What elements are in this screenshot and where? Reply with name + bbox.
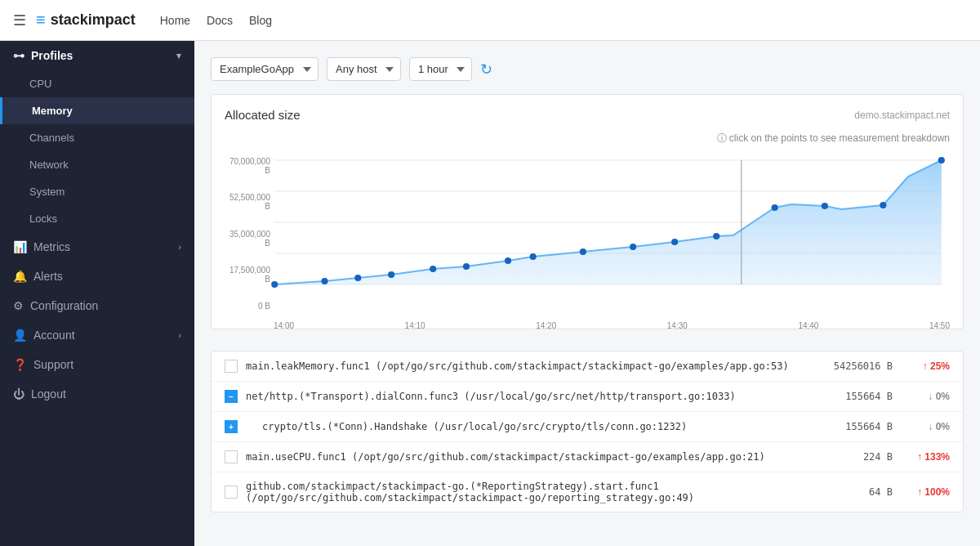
sidebar: ⊶ Profiles ▾ CPU Memory Channels Network… [0, 41, 194, 546]
sidebar-item-cpu[interactable]: CPU [0, 70, 194, 97]
chart-info: ⓘ click on the points to see measurement… [225, 132, 950, 145]
change-val-1: ↓ 0% [909, 391, 950, 402]
size-val-3: 224 B [863, 451, 893, 463]
sidebar-item-account[interactable]: 👤 Account › [0, 320, 194, 350]
logo: ≡ stackimpact [36, 11, 136, 29]
chart-point[interactable] [321, 278, 327, 284]
table-row: − net/http.(*Transport).dialConn.func3 (… [212, 382, 963, 412]
chart-subtitle: demo.stackimpact.net [854, 110, 950, 121]
func-name-3: main.useCPU.func1 (/opt/go/src/github.co… [246, 451, 863, 463]
profiles-label: Profiles [31, 49, 73, 62]
sidebar-item-logout[interactable]: ⏻ Logout [0, 379, 194, 409]
metrics-icon: 📊 [13, 240, 27, 253]
chart-point[interactable] [354, 275, 361, 281]
logout-icon: ⏻ [13, 387, 24, 401]
func-name-2: crypto/tls.(*Conn).Handshake (/usr/local… [246, 421, 845, 432]
layout: ⊶ Profiles ▾ CPU Memory Channels Network… [0, 41, 980, 546]
chart-panel: Allocated size demo.stackimpact.net ⓘ cl… [211, 94, 964, 329]
app-select[interactable]: ExampleGoApp [211, 57, 318, 81]
change-val-2: ↓ 0% [909, 421, 950, 432]
config-icon: ⚙ [13, 299, 24, 312]
x-label-4: 14:40 [798, 321, 818, 330]
chart-point[interactable] [713, 233, 719, 239]
chart-title: Allocated size [225, 108, 301, 122]
x-label-3: 14:30 [667, 321, 688, 330]
nav-home[interactable]: Home [160, 14, 190, 27]
sidebar-item-network[interactable]: Network [0, 151, 194, 178]
logo-text: stackimpact [51, 11, 136, 29]
topnav-links: Home Docs Blog [160, 14, 272, 27]
x-label-0: 14:00 [274, 321, 294, 330]
hamburger-icon[interactable]: ☰ [13, 11, 26, 29]
controls-row: ExampleGoApp Any host 1 hour ↻ [211, 57, 964, 81]
nav-blog[interactable]: Blog [249, 14, 272, 27]
change-val-4: ↑ 100% [909, 486, 950, 498]
main-content: ExampleGoApp Any host 1 hour ↻ Allocated… [194, 41, 980, 546]
alerts-icon: 🔔 [13, 270, 27, 283]
x-label-2: 14:20 [536, 321, 556, 330]
refresh-button[interactable]: ↻ [480, 60, 492, 78]
chart-point[interactable] [271, 281, 278, 288]
sidebar-item-locks[interactable]: Locks [0, 205, 194, 232]
metrics-chevron: › [178, 242, 181, 252]
chart-point[interactable] [388, 271, 394, 278]
sidebar-item-metrics[interactable]: 📊 Metrics › [0, 232, 194, 262]
time-select[interactable]: 1 hour [409, 57, 472, 81]
size-val-2: 155664 B [845, 421, 893, 432]
topnav: ☰ ≡ stackimpact Home Docs Blog [0, 0, 980, 41]
sidebar-item-memory[interactable]: Memory [0, 97, 194, 124]
chart-point[interactable] [772, 204, 778, 211]
chart-point[interactable] [630, 244, 636, 250]
support-icon: ❓ [13, 358, 27, 371]
change-val-0: ↑ 25% [909, 360, 950, 372]
chart-area: 70,000,000 B 52,500,000 B 35,000,000 B 1… [225, 152, 950, 316]
size-val-1: 155664 B [845, 391, 893, 402]
table-panel: main.leakMemory.func1 (/opt/go/src/githu… [211, 351, 964, 512]
sidebar-item-alerts[interactable]: 🔔 Alerts [0, 262, 194, 291]
profiles-chevron: ▾ [176, 51, 181, 61]
size-val-4: 64 B [869, 486, 893, 498]
table-row: main.leakMemory.func1 (/opt/go/src/githu… [212, 351, 963, 382]
row-checkbox-0[interactable] [225, 360, 238, 373]
func-name-1: net/http.(*Transport).dialConn.func3 (/u… [246, 391, 845, 402]
sidebar-item-channels[interactable]: Channels [0, 124, 194, 151]
row-checkbox-2[interactable]: + [225, 420, 238, 433]
chart-point[interactable] [580, 248, 586, 255]
row-checkbox-3[interactable] [225, 450, 238, 463]
x-label-1: 14:10 [405, 321, 425, 330]
profiles-icon: ⊶ [13, 49, 24, 62]
sidebar-item-system[interactable]: System [0, 178, 194, 205]
sidebar-item-profiles[interactable]: ⊶ Profiles ▾ [0, 41, 194, 70]
host-select[interactable]: Any host [327, 57, 401, 81]
chart-point[interactable] [505, 257, 511, 264]
chart-point[interactable] [880, 202, 886, 208]
table-row: main.useCPU.func1 (/opt/go/src/github.co… [212, 442, 963, 472]
sidebar-item-support[interactable]: ❓ Support [0, 350, 194, 379]
row-checkbox-4[interactable] [225, 486, 238, 499]
x-axis-labels: 14:00 14:10 14:20 14:30 14:40 14:50 [274, 321, 950, 330]
row-checkbox-1[interactable]: − [225, 390, 238, 403]
chart-point[interactable] [430, 266, 436, 272]
chart-header: Allocated size demo.stackimpact.net [225, 108, 950, 122]
sidebar-item-configuration[interactable]: ⚙ Configuration [0, 291, 194, 320]
size-val-0: 54256016 B [834, 360, 893, 372]
account-icon: 👤 [13, 329, 27, 342]
x-label-5: 14:50 [929, 321, 950, 330]
chart-point[interactable] [822, 203, 828, 209]
chart-point[interactable] [938, 157, 945, 163]
table-row: + crypto/tls.(*Conn).Handshake (/usr/loc… [212, 412, 963, 442]
table-row: github.com/stackimpact/stackimpact-go.(*… [212, 472, 963, 512]
account-chevron: › [178, 330, 181, 340]
chart-svg [225, 152, 950, 316]
nav-docs[interactable]: Docs [207, 14, 233, 27]
chart-point[interactable] [671, 239, 678, 245]
func-name-0: main.leakMemory.func1 (/opt/go/src/githu… [246, 360, 834, 372]
chart-point[interactable] [463, 263, 470, 270]
logo-icon: ≡ [36, 11, 46, 29]
func-name-4: github.com/stackimpact/stackimpact-go.(*… [246, 481, 869, 503]
chart-point[interactable] [530, 253, 537, 260]
change-val-3: ↑ 133% [909, 451, 950, 463]
